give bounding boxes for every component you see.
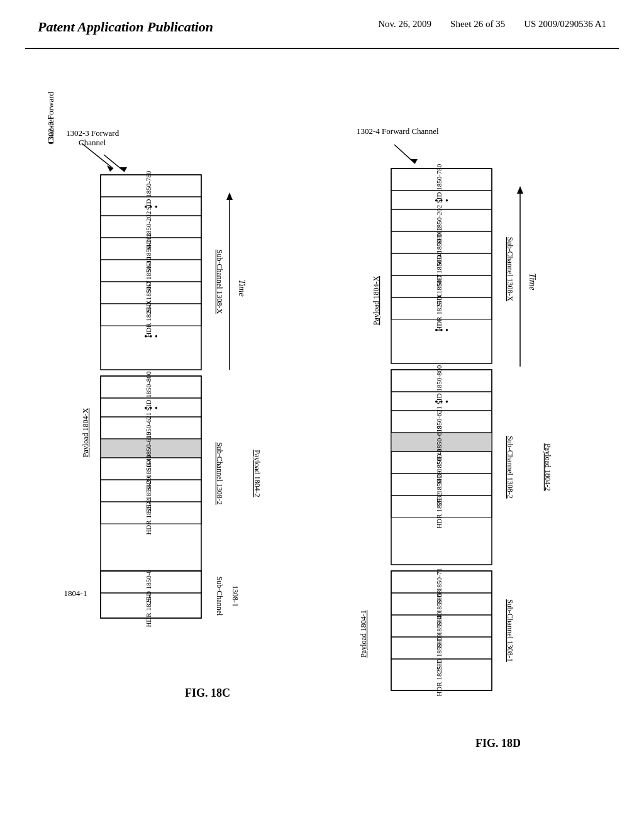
d-block-hdr-2-text: HDR 1825-2: [435, 492, 443, 528]
channel-label-18c-2: Channel: [46, 117, 55, 145]
fig18d-label: FIG. 18D: [475, 737, 521, 750]
channel-label-text2: Channel: [79, 138, 106, 147]
figures-area: 1302-3 Forward Channel 1302-3 Forward Ch…: [25, 68, 619, 781]
d-gap-dots: • • •: [435, 326, 448, 335]
subchannel-x-label: Sub-Channel 1308-X: [215, 250, 224, 314]
d-subchannel-1-label: Sub-Channel 1308-1: [506, 599, 514, 662]
subchannel-2-label: Sub-Channel 1308-2: [215, 442, 224, 505]
publication-date: Nov. 26, 2009: [378, 19, 431, 30]
fig18c-svg: 1302-3 Forward Channel 1302-3 Forward Ch…: [31, 68, 302, 778]
payload-1804-2-label: Payload 1804-2: [253, 450, 262, 497]
d-subchannel-2-label: Sub-Channel 1308-2: [506, 436, 514, 499]
d-block-hdr-1-text: HDR 1825-1: [435, 660, 443, 696]
fig18c-label: FIG. 18C: [185, 687, 230, 699]
label-1804-1: 1804-1: [64, 589, 87, 598]
channel-label-text: 1302-3 Forward: [66, 128, 119, 138]
d-subchannel-x-label: Sub-Channel 1308-X: [506, 237, 514, 302]
page: Patent Application Publication Nov. 26, …: [0, 0, 644, 830]
page-header: Patent Application Publication Nov. 26, …: [25, 13, 619, 49]
fig-18d: 1302-4 Forward Channel Payload 1804-X SI…: [322, 68, 613, 781]
subchannel-1-label2: 1308-1: [231, 585, 240, 607]
d-time-label: Time: [528, 273, 537, 290]
payload-x-label-18d: Payload 1804-X: [372, 276, 380, 326]
block-hdr-2-text: HDR 1825-2: [145, 499, 152, 534]
d-dots-x: • • •: [435, 196, 448, 206]
subchannel-1-label: Sub-Channel: [215, 577, 224, 616]
dots-2a: • • •: [144, 404, 158, 413]
patent-number: US 2009/0290536 A1: [524, 19, 606, 30]
fig18d-svg: 1302-4 Forward Channel Payload 1804-X SI…: [322, 68, 592, 778]
channel-label-18d: 1302-4 Forward Channel: [357, 126, 439, 136]
header-meta: Nov. 26, 2009 Sheet 26 of 35 US 2009/029…: [378, 19, 606, 30]
sheet-info: Sheet 26 of 35: [450, 19, 505, 30]
channel-arrow-line: [82, 143, 113, 169]
publication-title: Patent Application Publication: [38, 19, 213, 35]
block-hdr-1-text: HDR 1825-1: [145, 591, 152, 627]
d-payload-1804-2: Payload 1804-2: [543, 443, 552, 491]
dots-x1: • • •: [144, 202, 158, 212]
d-payload-1804-1: Payload 1804-1: [359, 610, 368, 658]
gap-dots-text: • • •: [144, 332, 158, 341]
payload-1804-x-label: Payload 1804-X: [81, 408, 90, 458]
d-time-arrow-head: [517, 186, 523, 194]
d-dots-2a-text: • • •: [435, 397, 448, 407]
time-label: Time: [237, 279, 247, 296]
fig-18c: 1302-3 Forward Channel 1302-3 Forward Ch…: [31, 68, 322, 781]
time-arrow-head: [226, 192, 233, 200]
